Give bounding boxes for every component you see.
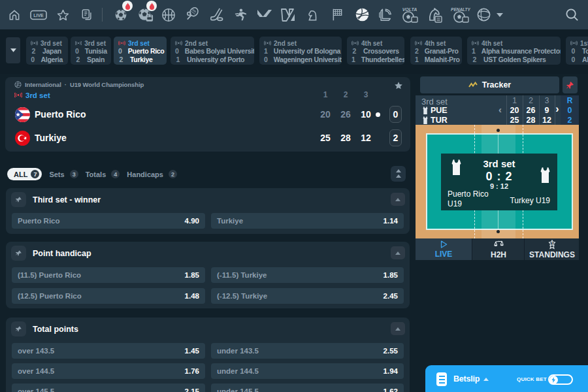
svg-text:PENALTY: PENALTY	[451, 7, 470, 12]
svg-text:VOLTA: VOLTA	[402, 7, 417, 12]
svg-text:1: 1	[551, 242, 553, 245]
svg-text:LIVE: LIVE	[33, 13, 44, 18]
